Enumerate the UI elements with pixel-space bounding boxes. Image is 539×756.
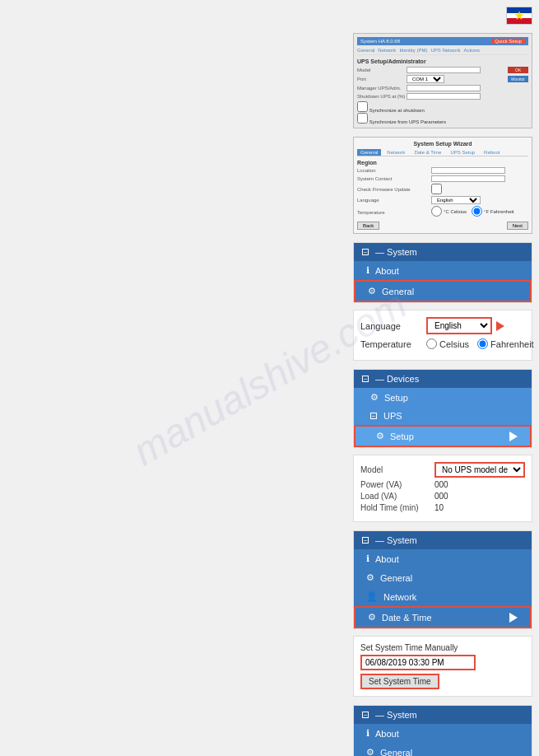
- ss1-left: Model Port COM 1COM 2COM 3COM 4 Manager …: [357, 67, 498, 124]
- ss2-tab-general[interactable]: General: [357, 149, 381, 156]
- ss1-monitor-btn[interactable]: Monitor: [508, 76, 528, 82]
- menu-item-about-1[interactable]: ℹ About: [354, 261, 532, 280]
- ups-power-label: Power (VA): [360, 480, 434, 489]
- setup-icon-devices: ⚙: [370, 392, 379, 403]
- menu-item-general-3[interactable]: ⚙ General: [354, 568, 532, 587]
- menu-header-devices: − — Devices: [354, 370, 532, 388]
- datetime-label-3: Date & Time: [382, 613, 432, 623]
- menu-item-datetime-3[interactable]: ⚙ Date & Time: [354, 606, 532, 628]
- ss2-tabs: General Network Date & Time UPS Setup Re…: [357, 149, 528, 156]
- collapse-icon-4[interactable]: −: [362, 712, 369, 718]
- menu-item-about-3[interactable]: ℹ About: [354, 549, 532, 568]
- general-label-4: General: [380, 748, 412, 757]
- ss1-titlebar: System HA 8.0.68 Quick Setup: [357, 37, 528, 45]
- ss2-firmware-label: Check Firmware Update: [357, 187, 431, 192]
- menu-item-setup-devices[interactable]: ⚙ Setup: [354, 388, 532, 407]
- ss1-quicksetup-btn[interactable]: Quick Setup: [491, 39, 525, 44]
- ss2-tab-datetime[interactable]: Date & Time: [411, 149, 444, 156]
- ss1-cb1[interactable]: Synchronize at shutdown: [357, 101, 498, 113]
- celsius-option[interactable]: Celsius: [426, 338, 469, 349]
- datetime-input[interactable]: [360, 655, 476, 670]
- menu-item-about-4[interactable]: ℹ About: [354, 724, 532, 743]
- screenshot-2: System Setup Wizard General Network Date…: [353, 137, 532, 234]
- ss1-model-label: Model: [357, 68, 407, 72]
- ss2-language-row: Language English: [357, 196, 528, 204]
- menu-title-system-4: — System: [375, 710, 417, 720]
- menu-panel-1: − — System ℹ About ⚙ General: [353, 242, 532, 303]
- ss1-shutdown-row: Shutdown UPS at (%): [357, 93, 498, 100]
- menu-item-ups[interactable]: − UPS: [354, 407, 532, 425]
- ss1-port-select[interactable]: COM 1COM 2COM 3COM 4: [407, 75, 444, 83]
- panel3-settings: Set System Time Manually Set System Time: [353, 636, 532, 697]
- ss1-model-input[interactable]: [407, 67, 481, 73]
- panel1-settings: Language English Temperature Celsius Fah…: [353, 310, 532, 361]
- fahrenheit-option[interactable]: Fahrenheit: [477, 338, 534, 349]
- setup-label-ups: Setup: [390, 432, 414, 441]
- flag-icon: [506, 7, 532, 25]
- ss2-fahrenheit-option[interactable]: °F Fahrenheit: [472, 206, 513, 217]
- language-select[interactable]: English: [426, 317, 492, 334]
- datetime-icon-3: ⚙: [368, 612, 376, 623]
- ss2-language-select[interactable]: English: [431, 196, 481, 204]
- collapse-icon-1[interactable]: −: [362, 249, 369, 255]
- ss2-location-input[interactable]: [431, 167, 505, 174]
- ss2-back-btn[interactable]: Back: [357, 222, 379, 230]
- general-label-1: General: [382, 287, 414, 296]
- ss1-ok-btn[interactable]: OK: [508, 67, 528, 73]
- ss2-syscontact-input[interactable]: [431, 175, 505, 182]
- ss2-next-btn[interactable]: Next: [507, 222, 528, 230]
- ss1-nav-actions[interactable]: Actions: [463, 48, 480, 53]
- ss1-checkbox2[interactable]: [357, 113, 368, 124]
- ss1-port-row: Port COM 1COM 2COM 3COM 4: [357, 75, 498, 83]
- screenshot-1: System HA 8.0.68 Quick Setup General Net…: [353, 33, 532, 128]
- ss2-firmware-check[interactable]: [431, 184, 442, 194]
- ss1-cb2[interactable]: Synchronize from UPS Parameters: [357, 113, 498, 124]
- collapse-icon-ups[interactable]: −: [370, 413, 377, 419]
- language-label: Language: [360, 321, 426, 331]
- menu-item-general-4[interactable]: ⚙ General: [354, 743, 532, 756]
- ups-label: UPS: [383, 411, 402, 421]
- general-icon-3: ⚙: [366, 572, 374, 583]
- ss1-mgr-row: Manager UPS/Adm.: [357, 85, 498, 91]
- general-icon-1: ⚙: [368, 286, 376, 296]
- panel3-group: − — System ℹ About ⚙ General 👤 Network ⚙…: [7, 530, 532, 697]
- ups-model-select[interactable]: No UPS model defined: [434, 462, 525, 478]
- about-icon-4: ℹ: [366, 728, 369, 739]
- menu-item-setup-ups[interactable]: ⚙ Setup: [354, 425, 532, 447]
- ss1-checkbox1[interactable]: [357, 101, 368, 112]
- menu-item-general-1[interactable]: ⚙ General: [354, 280, 532, 302]
- ss1-right-btns: OK Monitor: [508, 67, 528, 124]
- ups-load-value: 000: [434, 492, 448, 501]
- ups-load-row: Load (VA) 000: [360, 492, 525, 501]
- ss1-nav-identity[interactable]: Identity (PM): [399, 48, 427, 53]
- ss1-shutdown-label: Shutdown UPS at (%): [357, 94, 407, 99]
- ss2-language-label: Language: [357, 198, 431, 203]
- ss1-title: System HA 8.0.68: [360, 39, 400, 44]
- menu-panel-3: − — System ℹ About ⚙ General 👤 Network ⚙…: [353, 530, 532, 629]
- ss2-tab-reboot[interactable]: Reboot: [481, 149, 503, 156]
- screenshot-2-group: System Setup Wizard General Network Date…: [7, 137, 532, 234]
- ss2-temp-options: °C Celsius °F Fahrenheit: [431, 206, 514, 217]
- datetime-section-label: Set System Time Manually: [360, 643, 525, 652]
- ss1-nav-network[interactable]: Network: [378, 48, 396, 53]
- ss1-nav-ups[interactable]: UPS Network: [430, 48, 460, 53]
- menu-header-system-4: − — System: [354, 706, 532, 724]
- ss2-tab-ups[interactable]: UPS Setup: [447, 149, 478, 156]
- ss2-temp-label: Temperature: [357, 210, 431, 215]
- collapse-icon-2[interactable]: −: [362, 376, 369, 382]
- temperature-row: Temperature Celsius Fahrenheit: [360, 338, 525, 349]
- ss2-celsius-option[interactable]: °C Celsius: [431, 206, 467, 217]
- ss1-mgr-input[interactable]: [407, 85, 481, 91]
- ss2-temp-row: Temperature °C Celsius °F Fahrenheit: [357, 206, 528, 218]
- menu-panel-4: − — System ℹ About ⚙ General 👤 Network: [353, 705, 532, 756]
- set-system-time-btn[interactable]: Set System Time: [360, 674, 439, 689]
- panel2-group: − — Devices ⚙ Setup − UPS ⚙ Setup Model: [7, 369, 532, 522]
- menu-item-network-3[interactable]: 👤 Network: [354, 587, 532, 606]
- setup-label-devices: Setup: [384, 393, 408, 403]
- ss1-nav-general[interactable]: General: [357, 48, 374, 53]
- ss1-content: Model Port COM 1COM 2COM 3COM 4 Manager …: [357, 67, 528, 124]
- ss1-shutdown-input[interactable]: [407, 93, 481, 100]
- ss2-tab-network[interactable]: Network: [383, 149, 408, 156]
- collapse-icon-3[interactable]: −: [362, 537, 369, 544]
- ups-model-row: Model No UPS model defined: [360, 462, 525, 478]
